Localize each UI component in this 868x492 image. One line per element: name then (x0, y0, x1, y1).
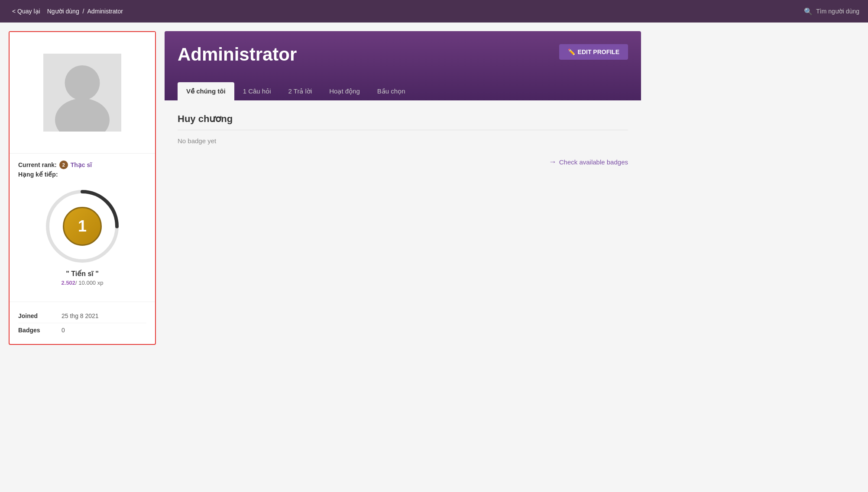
tab-cau-hoi[interactable]: 1 Câu hỏi (234, 82, 280, 100)
avatar (39, 49, 126, 136)
tab-bau-chon[interactable]: Bầu chọn (369, 82, 414, 100)
search-placeholder[interactable]: Tìm người dùng (816, 8, 859, 15)
rank-name: Thạc sĩ (71, 161, 92, 168)
avatar-section (10, 32, 155, 153)
tab-ve-chung-toi[interactable]: Về chúng tôi (178, 82, 234, 100)
svg-point-1 (65, 65, 100, 100)
check-badges-label: Check available badges (559, 158, 628, 166)
search-area: 🔍 Tìm người dùng (804, 7, 859, 16)
nav-left: < Quay lại Người dùng / Administrator (9, 5, 123, 17)
xp-progress: 2.502/ 10.000 xp (62, 280, 104, 286)
profile-top: Administrator ✏️ EDIT PROFILE (178, 44, 628, 65)
xp-unit: xp (97, 280, 104, 286)
edit-profile-button[interactable]: ✏️ EDIT PROFILE (559, 44, 628, 60)
info-section: Joined 25 thg 8 2021 Badges 0 (10, 302, 155, 344)
next-rank-title: " Tiến sĩ " (66, 270, 99, 278)
right-content: Administrator ✏️ EDIT PROFILE Về chúng t… (165, 31, 641, 345)
current-rank-row: Current rank: 2 Thạc sĩ (18, 161, 146, 169)
next-rank-label: Hạng kế tiếp: (18, 171, 146, 178)
content-area: Huy chương No badge yet → Check availabl… (165, 100, 641, 317)
rank-section: Current rank: 2 Thạc sĩ Hạng kế tiếp: (10, 153, 155, 302)
main-layout: Current rank: 2 Thạc sĩ Hạng kế tiếp: (0, 23, 650, 354)
rank-badge-number: 2 (59, 161, 68, 169)
arrow-right-icon: → (549, 158, 557, 167)
breadcrumb-admin[interactable]: Administrator (87, 8, 123, 15)
tab-tra-loi[interactable]: 2 Trả lời (280, 82, 321, 100)
top-navigation: < Quay lại Người dùng / Administrator 🔍 … (0, 0, 868, 23)
profile-header: Administrator ✏️ EDIT PROFILE Về chúng t… (165, 31, 641, 100)
search-icon: 🔍 (804, 7, 813, 16)
breadcrumb-users[interactable]: Người dùng (47, 8, 79, 15)
badges-row: Badges 0 (18, 323, 146, 337)
joined-value: 25 thg 8 2021 (62, 312, 99, 319)
tab-hoat-dong[interactable]: Hoạt động (321, 82, 369, 100)
badges-label: Badges (18, 327, 53, 334)
tabs-bar: Về chúng tôi 1 Câu hỏi 2 Trả lời Hoạt độ… (178, 82, 628, 100)
check-badges-link[interactable]: → Check available badges (178, 158, 628, 167)
pencil-icon: ✏️ (568, 48, 575, 55)
rank-coin: 1 (63, 207, 102, 246)
badges-section-title: Huy chương (178, 113, 628, 125)
joined-row: Joined 25 thg 8 2021 (18, 309, 146, 323)
progress-circle-container: 1 " Tiến sĩ " 2.502/ 10.000 xp (18, 183, 146, 295)
badges-value: 0 (62, 327, 65, 334)
xp-total: 10.000 (78, 280, 96, 286)
xp-current: 2.502 (62, 280, 76, 286)
no-badge-text: No badge yet (178, 137, 628, 145)
breadcrumb-separator: / (82, 8, 84, 15)
section-divider (178, 130, 628, 130)
sidebar-card: Current rank: 2 Thạc sĩ Hạng kế tiếp: (9, 31, 156, 345)
profile-name: Administrator (178, 44, 297, 65)
joined-label: Joined (18, 312, 53, 319)
progress-circle-inner: 1 (63, 207, 102, 246)
breadcrumb: Người dùng / Administrator (47, 8, 123, 15)
rank-coin-number: 1 (78, 217, 87, 235)
current-rank-label: Current rank: (18, 161, 57, 168)
edit-profile-label: EDIT PROFILE (578, 48, 619, 55)
progress-circle: 1 (43, 187, 121, 265)
back-button[interactable]: < Quay lại (9, 5, 44, 17)
